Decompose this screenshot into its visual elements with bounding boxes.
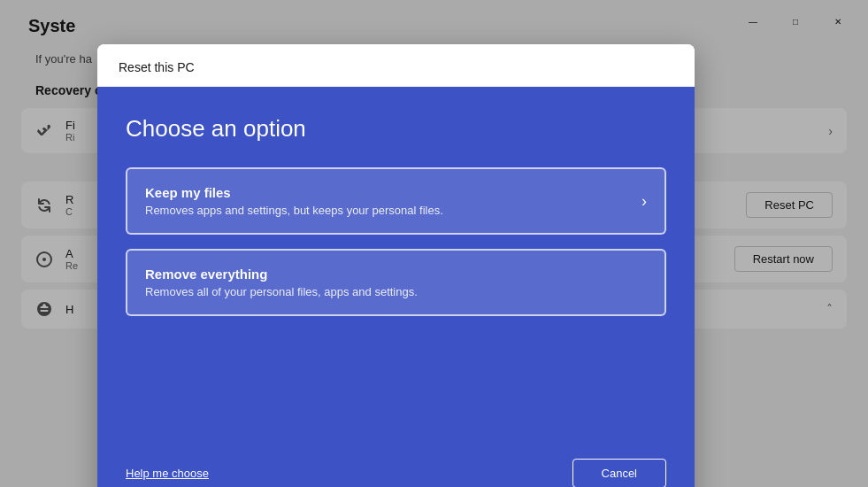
option-title: Remove everything [145, 267, 647, 282]
modal-heading: Choose an option [126, 115, 666, 143]
help-me-choose-link[interactable]: Help me choose [126, 467, 209, 480]
reset-pc-modal: Reset this PC Choose an option Keep my f… [97, 44, 695, 487]
keep-files-option[interactable]: Keep my files Removes apps and settings,… [126, 167, 666, 235]
option-title: Keep my files [145, 185, 647, 200]
option-chevron-icon: › [641, 192, 647, 211]
remove-everything-option[interactable]: Remove everything Removes all of your pe… [126, 249, 666, 316]
cancel-button[interactable]: Cancel [572, 459, 666, 487]
option-description: Removes all of your personal files, apps… [145, 285, 647, 298]
modal-titlebar: Reset this PC [97, 44, 695, 87]
modal-footer: Help me choose Cancel [97, 459, 695, 487]
option-description: Removes apps and settings, but keeps you… [145, 204, 647, 217]
modal-body: Choose an option Keep my files Removes a… [97, 87, 695, 459]
modal-title: Reset this PC [119, 60, 195, 74]
